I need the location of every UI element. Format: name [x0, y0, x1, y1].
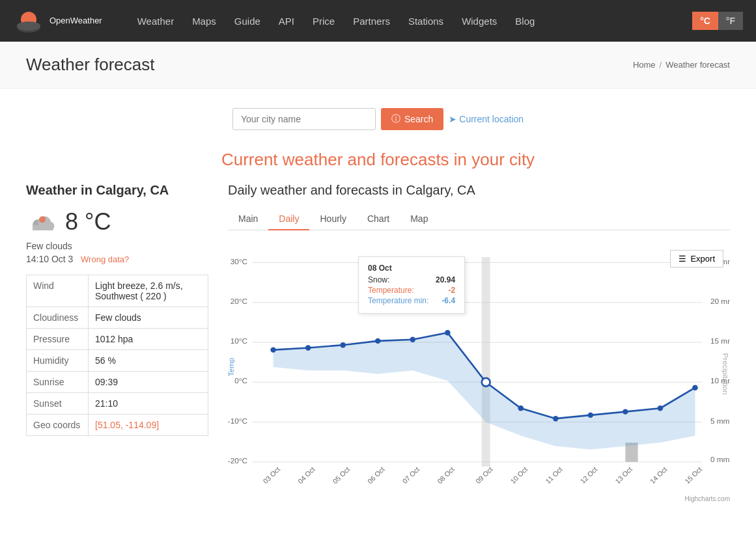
breadcrumb-separator: / — [660, 60, 662, 70]
table-value-cloudiness: Few clouds — [89, 307, 208, 329]
page-title: Weather forecast — [26, 55, 155, 75]
wrong-data-link[interactable]: Wrong data? — [81, 254, 129, 264]
current-location-link[interactable]: ➤ Current location — [449, 114, 524, 124]
svg-point-38 — [553, 416, 559, 421]
left-panel: Weather in Calgary, CA 8 °C Few clouds 1… — [26, 183, 208, 436]
weather-description: Few clouds — [26, 241, 208, 251]
chart-tooltip: 08 Oct Snow: 20.94 Temperature: -2 Tempe… — [358, 256, 465, 314]
search-button[interactable]: ⓘ Search — [381, 108, 443, 130]
svg-text:07 Oct: 07 Oct — [400, 465, 421, 485]
svg-point-33 — [375, 338, 381, 344]
tab-daily[interactable]: Daily — [268, 208, 309, 230]
search-bar: ⓘ Search ➤ Current location — [26, 108, 730, 130]
svg-point-7 — [39, 216, 46, 223]
search-input[interactable] — [232, 108, 376, 130]
svg-text:10 Oct: 10 Oct — [509, 465, 529, 485]
svg-point-32 — [340, 342, 346, 348]
svg-text:20°C: 20°C — [231, 297, 247, 305]
right-panel: Daily weather and forecasts in Calgary, … — [228, 183, 730, 491]
unit-group: °C °F — [692, 12, 743, 30]
city-name: Weather in Calgary, CA — [26, 183, 208, 198]
tab-chart[interactable]: Chart — [357, 208, 400, 230]
nav-widgets[interactable]: Widgets — [453, 0, 506, 42]
svg-point-36 — [482, 378, 490, 387]
chart-container: ☰ Export 08 Oct Snow: 20.94 Temperature:… — [228, 243, 730, 491]
breadcrumb-home[interactable]: Home — [633, 60, 656, 70]
nav-weather[interactable]: Weather — [128, 0, 183, 42]
table-row: Wind Light breeze, 2.6 m/s, Southwest ( … — [27, 275, 208, 307]
table-value-sunrise: 09:39 — [89, 372, 208, 393]
svg-text:-10°C: -10°C — [228, 417, 247, 425]
search-icon: ⓘ — [391, 113, 400, 125]
svg-point-39 — [588, 413, 594, 418]
tooltip-snow-row: Snow: 20.94 — [368, 275, 455, 284]
nav-price[interactable]: Price — [303, 0, 344, 42]
export-button[interactable]: ☰ Export — [670, 250, 723, 267]
svg-point-42 — [692, 385, 698, 390]
page-header: Weather forecast Home / Weather forecast — [0, 42, 756, 89]
current-temp: 8 °C — [65, 208, 111, 236]
table-label-sunrise: Sunrise — [27, 372, 89, 393]
table-label-pressure: Pressure — [27, 329, 89, 350]
svg-point-35 — [445, 330, 451, 335]
svg-rect-6 — [33, 225, 53, 230]
unit-fahrenheit-btn[interactable]: °F — [718, 12, 743, 30]
svg-text:04 Oct: 04 Oct — [296, 465, 316, 485]
nav-partners[interactable]: Partners — [344, 0, 399, 42]
export-icon: ☰ — [679, 254, 686, 264]
table-row: Sunrise 09:39 — [27, 372, 208, 393]
nav-maps[interactable]: Maps — [183, 0, 225, 42]
table-value-sunset: 21:10 — [89, 393, 208, 415]
svg-point-37 — [518, 405, 524, 411]
tooltip-snow-value: 20.94 — [436, 275, 455, 284]
tab-map[interactable]: Map — [400, 208, 438, 230]
table-value-wind: Light breeze, 2.6 m/s, Southwest ( 220 ) — [89, 275, 208, 307]
svg-text:Precipitation: Precipitation — [721, 353, 730, 395]
svg-text:13 Oct: 13 Oct — [613, 465, 634, 485]
nav-guide[interactable]: Guide — [225, 0, 270, 42]
svg-text:09 Oct: 09 Oct — [474, 465, 494, 485]
tooltip-temp-min-label: Temperature min: — [368, 296, 428, 305]
table-label-humidity: Humidity — [27, 350, 89, 372]
svg-text:14 Oct: 14 Oct — [649, 465, 669, 485]
weather-table: Wind Light breeze, 2.6 m/s, Southwest ( … — [26, 275, 208, 436]
svg-text:12 Oct: 12 Oct — [579, 465, 599, 485]
svg-text:06 Oct: 06 Oct — [366, 465, 386, 485]
tab-hourly[interactable]: Hourly — [309, 208, 356, 230]
svg-point-40 — [623, 409, 628, 414]
weather-time: 14:10 Oct 3 Wrong data? — [26, 254, 208, 264]
svg-text:-20°C: -20°C — [228, 456, 247, 465]
tab-main[interactable]: Main — [228, 208, 268, 230]
weather-cloud-icon — [26, 209, 59, 235]
table-row: Humidity 56 % — [27, 350, 208, 372]
highcharts-credit: Highcharts.com — [228, 495, 730, 502]
svg-text:08 Oct: 08 Oct — [436, 465, 456, 485]
navbar: OpenWeather Weather Maps Guide API Price… — [0, 0, 756, 42]
current-weather: 8 °C — [26, 208, 208, 236]
nav-links: Weather Maps Guide API Price Partners St… — [128, 0, 692, 42]
table-label-cloudiness: Cloudiness — [27, 307, 89, 329]
geo-coords-link[interactable]: [51.05, -114.09] — [95, 420, 159, 430]
weather-time-text: 14:10 Oct 3 — [26, 254, 73, 264]
unit-celsius-btn[interactable]: °C — [692, 12, 718, 30]
svg-text:5 mm: 5 mm — [710, 417, 729, 425]
svg-point-2 — [17, 21, 40, 31]
brand-logo[interactable]: OpenWeather — [13, 5, 102, 36]
nav-api[interactable]: API — [270, 0, 303, 42]
table-value-humidity: 56 % — [89, 350, 208, 372]
table-row: Geo coords [51.05, -114.09] — [27, 415, 208, 436]
svg-text:11 Oct: 11 Oct — [544, 465, 564, 485]
location-arrow-icon: ➤ — [449, 114, 456, 124]
table-value-pressure: 1012 hpa — [89, 329, 208, 350]
table-value-geo: [51.05, -114.09] — [89, 415, 208, 436]
table-row: Pressure 1012 hpa — [27, 329, 208, 350]
tooltip-temp-row: Temperature: -2 — [368, 286, 455, 295]
two-col-layout: Weather in Calgary, CA 8 °C Few clouds 1… — [26, 183, 730, 491]
export-label: Export — [690, 254, 715, 264]
svg-point-34 — [410, 337, 415, 342]
tooltip-snow-label: Snow: — [368, 275, 389, 284]
svg-text:15 mm: 15 mm — [710, 336, 730, 345]
main-content: ⓘ Search ➤ Current location Current weat… — [0, 89, 756, 510]
nav-stations[interactable]: Stations — [399, 0, 453, 42]
nav-blog[interactable]: Blog — [506, 0, 544, 42]
